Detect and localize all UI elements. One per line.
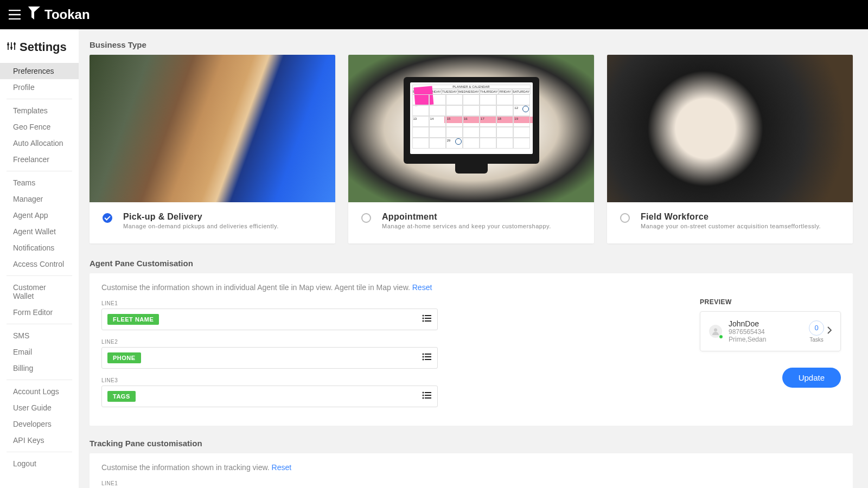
sidebar-item-customerwallet[interactable]: Customer Wallet — [7, 279, 72, 304]
svg-rect-8 — [425, 320, 431, 322]
line1-label: LINE1 — [101, 300, 678, 306]
business-image-appointment: Don't forget to check PLANNER & CALENDAR… — [348, 55, 594, 202]
svg-rect-12 — [425, 356, 431, 357]
svg-point-15 — [423, 392, 424, 394]
svg-point-5 — [423, 318, 424, 319]
sidebar-item-apikeys[interactable]: API Keys — [7, 432, 72, 448]
preview-name: JohnDoe — [729, 319, 802, 328]
status-dot-online — [719, 335, 723, 339]
svg-point-9 — [423, 354, 424, 355]
logo-icon — [27, 5, 41, 24]
sidebar-item-accountlogs[interactable]: Account Logs — [7, 383, 72, 400]
svg-point-11 — [423, 356, 424, 358]
svg-rect-4 — [425, 315, 431, 316]
svg-point-19 — [423, 397, 424, 399]
agent-pane-reset-link[interactable]: Reset — [412, 283, 432, 292]
business-image-delivery — [90, 55, 335, 202]
sidebar-item-autoallocation[interactable]: Auto Allocation — [7, 135, 72, 151]
line3-input[interactable]: TAGS — [101, 386, 438, 407]
sidebar-item-email[interactable]: Email — [7, 344, 72, 360]
svg-rect-20 — [425, 397, 431, 399]
sidebar-item-sms[interactable]: SMS — [7, 328, 72, 344]
business-card-title: Field Workforce — [641, 212, 821, 222]
sidebar-item-profile[interactable]: Profile — [7, 79, 72, 95]
sidebar-item-teams[interactable]: Teams — [7, 175, 72, 191]
line3-label: LINE3 — [101, 377, 678, 383]
sidebar-item-billing[interactable]: Billing — [7, 360, 72, 376]
svg-point-21 — [714, 329, 717, 332]
svg-point-13 — [423, 359, 424, 361]
business-card-pickup-delivery[interactable]: Pick-up & Delivery Manage on-demand pick… — [90, 55, 335, 243]
sidebar-item-preferences[interactable]: Preferences — [0, 63, 79, 79]
tasks-label: Tasks — [809, 337, 824, 343]
preview-label: PREVIEW — [700, 298, 841, 306]
business-image-fieldworkforce — [607, 55, 853, 202]
update-button[interactable]: Update — [782, 368, 841, 388]
svg-rect-18 — [425, 395, 431, 396]
sidebar-item-userguide[interactable]: User Guide — [7, 400, 72, 416]
line2-tag: PHONE — [107, 352, 141, 363]
sidebar-item-templates[interactable]: Templates — [7, 102, 72, 119]
line2-input[interactable]: PHONE — [101, 347, 438, 369]
svg-point-0 — [7, 43, 9, 46]
line3-tag: TAGS — [107, 391, 136, 402]
business-card-desc: Manage your on-street customer acquisiti… — [641, 223, 821, 229]
business-card-appointment[interactable]: Don't forget to check PLANNER & CALENDAR… — [348, 55, 594, 243]
tracking-pane-desc: Customise the information shown in track… — [101, 463, 841, 472]
list-icon[interactable] — [422, 391, 432, 401]
agent-pane-title: Agent Pane Customisation — [90, 259, 853, 268]
sidebar: Settings Preferences Profile Templates G… — [0, 29, 79, 488]
tracking-pane-title: Tracking Pane customisation — [90, 439, 853, 448]
business-card-desc: Manage at-home services and keep your cu… — [382, 223, 551, 229]
radio-field-workforce[interactable] — [620, 213, 630, 223]
chevron-right-icon — [827, 326, 832, 336]
svg-rect-10 — [425, 354, 431, 355]
preview-phone: 9876565434 — [729, 328, 802, 336]
tracking-line1-label: LINE1 — [101, 480, 841, 486]
svg-point-3 — [423, 315, 424, 317]
line1-tag: FLEET NAME — [107, 314, 159, 325]
sidebar-item-logout[interactable]: Logout — [7, 455, 72, 472]
business-card-desc: Manage on-demand pickups and deliveries … — [123, 223, 279, 229]
sidebar-item-formeditor[interactable]: Form Editor — [7, 304, 72, 320]
avatar — [709, 325, 722, 338]
agent-pane-desc: Customise the information shown in indiv… — [101, 283, 678, 292]
tasks-count: 0 — [809, 320, 824, 336]
menu-icon[interactable] — [9, 10, 21, 20]
line2-label: LINE2 — [101, 339, 678, 345]
sidebar-item-freelancer[interactable]: Freelancer — [7, 151, 72, 168]
tracking-pane-reset-link[interactable]: Reset — [272, 463, 292, 472]
svg-point-1 — [10, 47, 12, 49]
svg-point-7 — [423, 320, 424, 322]
sidebar-item-geofence[interactable]: Geo Fence — [7, 119, 72, 135]
svg-point-17 — [423, 395, 424, 396]
svg-rect-14 — [425, 359, 431, 360]
list-icon[interactable] — [422, 314, 432, 324]
list-icon[interactable] — [422, 353, 432, 363]
svg-rect-6 — [425, 318, 431, 319]
radio-pickup-delivery[interactable] — [103, 213, 112, 223]
sidebar-item-accesscontrol[interactable]: Access Control — [7, 256, 72, 272]
sidebar-item-agentwallet[interactable]: Agent Wallet — [7, 223, 72, 240]
business-card-title: Pick-up & Delivery — [123, 212, 279, 222]
sidebar-item-manager[interactable]: Manager — [7, 191, 72, 207]
business-card-field-workforce[interactable]: Field Workforce Manage your on-street cu… — [607, 55, 853, 243]
sidebar-item-notifications[interactable]: Notifications — [7, 240, 72, 256]
sidebar-title: Settings — [0, 35, 79, 60]
app-logo[interactable]: Tookan — [27, 5, 90, 24]
line1-input[interactable]: FLEET NAME — [101, 309, 438, 330]
sidebar-item-agentapp[interactable]: Agent App — [7, 207, 72, 223]
sliders-icon — [7, 40, 16, 54]
radio-appointment[interactable] — [361, 213, 371, 223]
svg-point-2 — [14, 43, 16, 45]
preview-card: JohnDoe 9876565434 Prime,Sedan 0 Tasks — [700, 311, 841, 351]
business-type-title: Business Type — [90, 40, 853, 49]
app-name: Tookan — [44, 7, 90, 22]
sidebar-item-developers[interactable]: Developers — [7, 416, 72, 432]
preview-tags: Prime,Sedan — [729, 336, 802, 343]
business-card-title: Appointment — [382, 212, 551, 222]
svg-rect-16 — [425, 392, 431, 393]
